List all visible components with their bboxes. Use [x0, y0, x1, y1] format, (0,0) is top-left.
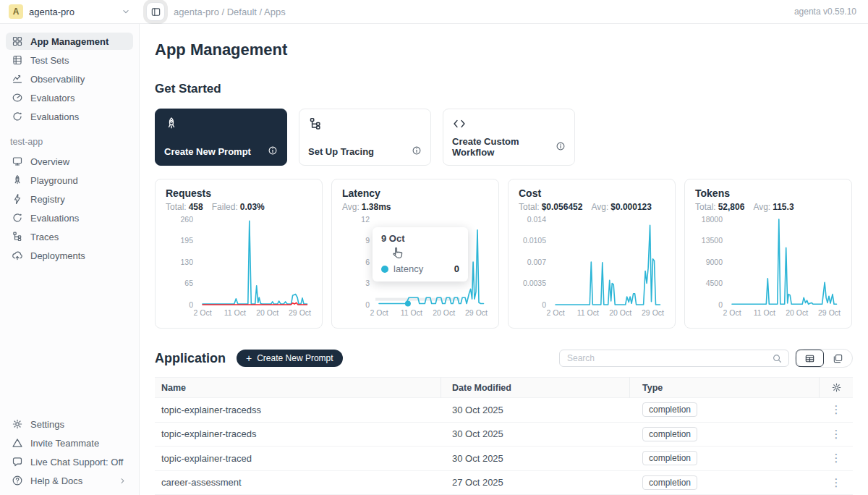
metric-charts-row: RequestsTotal:458Failed:0.03%26019513065… — [155, 179, 853, 329]
svg-text:2 Oct: 2 Oct — [546, 308, 564, 317]
table-view-button[interactable] — [796, 350, 824, 367]
svg-text:29 Oct: 29 Oct — [642, 308, 664, 317]
tableview-icon — [804, 353, 815, 364]
requests-line-chart[interactable]: 2601951306502 Oct11 Oct20 Oct29 Oct — [166, 213, 313, 319]
create-custom-workflow-card[interactable]: Create Custom Workflow — [443, 109, 575, 166]
svg-text:4500: 4500 — [706, 279, 723, 287]
sidebar-main-nav: App ManagementTest SetsObservabilityEval… — [0, 33, 139, 125]
sidebar-item-registry[interactable]: Registry — [6, 190, 133, 208]
table-row-topic-explainer-traced[interactable]: topic-explainer-traced30 Oct 2025complet… — [155, 447, 853, 471]
cell-date-modified: 30 Oct 2025 — [441, 453, 630, 464]
chevR-icon — [118, 476, 127, 486]
sidebar-item-playground[interactable]: Playground — [6, 172, 133, 189]
get-started-heading: Get Started — [155, 82, 853, 96]
table-row-topic-explainer-tracedss[interactable]: topic-explainer-tracedss30 Oct 2025compl… — [155, 398, 853, 423]
sidebar-item-observability[interactable]: Observability — [6, 70, 133, 88]
applications-table: Name Date Modified Type topic-explainer-… — [155, 377, 853, 495]
svg-text:2 Oct: 2 Oct — [193, 308, 211, 317]
sidebar-toggle-button[interactable] — [146, 2, 165, 21]
type-badge: completion — [642, 475, 697, 490]
card-label: Create Custom Workflow — [452, 136, 556, 158]
main-content: App Management Get Started Create New Pr… — [140, 24, 868, 495]
row-menu-button[interactable]: ⋮ — [820, 403, 853, 416]
card-view-icon — [833, 353, 843, 364]
chart-stat: Total:458 — [166, 202, 203, 212]
set-up-tracing-card[interactable]: Set Up Tracing — [299, 109, 431, 166]
sidebar-item-help-docs[interactable]: Help & Docs — [6, 472, 133, 489]
row-menu-button[interactable]: ⋮ — [820, 452, 853, 465]
sidebar-item-evaluations[interactable]: Evaluations — [6, 209, 133, 227]
svg-text:13500: 13500 — [702, 236, 723, 245]
svg-text:12: 12 — [361, 215, 370, 224]
tokens-line-chart[interactable]: 18000135009000450002 Oct11 Oct20 Oct29 O… — [695, 213, 843, 319]
sidebar-item-label: Traces — [30, 232, 59, 242]
column-header-type: Type — [630, 377, 820, 398]
create-new-prompt-button[interactable]: + Create New Prompt — [237, 350, 343, 367]
gear-icon — [12, 418, 23, 430]
info-icon[interactable] — [556, 141, 566, 153]
sidebar-item-live-chat-support-off[interactable]: Live Chat Support: Off — [6, 453, 133, 470]
gauge-icon — [12, 92, 23, 103]
tree-icon — [308, 117, 323, 131]
sidebar-item-app-management[interactable]: App Management — [6, 33, 133, 50]
sidebar-item-deployments[interactable]: Deployments — [6, 247, 133, 264]
row-menu-button[interactable]: ⋮ — [820, 428, 853, 441]
svg-text:6: 6 — [365, 258, 370, 266]
chevron-down-icon — [121, 7, 131, 17]
gear-icon — [831, 382, 842, 393]
tooltip-series-label: latency — [393, 263, 423, 274]
chart-stats: Total:52,806Avg:115.3 — [695, 202, 841, 212]
card-view-button[interactable] — [824, 350, 852, 367]
sidebar-item-overview[interactable]: Overview — [6, 153, 133, 170]
sidebar-item-traces[interactable]: Traces — [6, 228, 133, 245]
chart-title: Latency — [342, 187, 488, 199]
search-icon[interactable] — [772, 353, 783, 364]
breadcrumb[interactable]: agenta-pro / Default / Apps — [174, 7, 286, 17]
search-input[interactable] — [566, 352, 767, 364]
triangle-icon — [12, 437, 23, 449]
svg-text:9000: 9000 — [706, 258, 723, 266]
sidebar-item-invite-teammate[interactable]: Invite Teammate — [6, 434, 133, 452]
info-icon[interactable] — [412, 145, 422, 158]
svg-text:0: 0 — [189, 300, 193, 309]
svg-text:29 Oct: 29 Oct — [465, 308, 488, 317]
code-icon — [452, 117, 566, 134]
tooltip-date: 9 Oct — [381, 233, 459, 244]
column-header-name: Name — [155, 377, 441, 398]
workspace-switcher[interactable]: A agenta-pro — [0, 4, 140, 19]
sidebar-item-label: Evaluations — [30, 111, 79, 122]
redo-icon — [12, 212, 23, 224]
panel-icon — [150, 7, 161, 17]
table-row-topic-explainer-traceds[interactable]: topic-explainer-traceds30 Oct 2025comple… — [155, 423, 853, 447]
mouse-cursor — [390, 246, 404, 264]
svg-text:3: 3 — [365, 279, 370, 287]
cell-name: topic-explainer-tracedss — [155, 405, 441, 415]
row-menu-button[interactable]: ⋮ — [820, 476, 853, 489]
rows-icon — [12, 54, 23, 66]
tooltip-value: 0 — [454, 263, 459, 274]
rocket-icon — [164, 117, 179, 131]
cell-date-modified: 30 Oct 2025 — [441, 428, 630, 439]
info-icon[interactable] — [268, 145, 278, 158]
svg-text:130: 130 — [180, 258, 193, 266]
table-row-career-assessment[interactable]: career-assessment27 Oct 2025completion⋮ — [155, 471, 853, 495]
sidebar-item-evaluations[interactable]: Evaluations — [6, 108, 133, 125]
chart-tooltip: 9 Octlatency0 — [373, 227, 468, 282]
info-icon — [556, 141, 566, 151]
cost-line-chart[interactable]: 0.0140.01050.0070.003502 Oct11 Oct20 Oct… — [519, 213, 666, 319]
sidebar-item-evaluators[interactable]: Evaluators — [6, 89, 133, 106]
table-view-icon — [804, 353, 815, 364]
svg-text:9: 9 — [365, 236, 370, 245]
sidebar-item-label: Deployments — [30, 250, 85, 261]
svg-text:11 Oct: 11 Oct — [577, 308, 599, 317]
cell-name: topic-explainer-traced — [155, 453, 441, 464]
workspace-avatar: A — [9, 4, 23, 19]
svg-text:0.014: 0.014 — [527, 215, 546, 224]
table-settings-button[interactable] — [820, 382, 853, 393]
create-new-prompt-card[interactable]: Create New Prompt — [155, 109, 287, 166]
cloudup-icon — [12, 250, 23, 261]
svg-text:29 Oct: 29 Oct — [818, 308, 841, 317]
sidebar-item-settings[interactable]: Settings — [6, 415, 133, 433]
sidebar-item-test-sets[interactable]: Test Sets — [6, 51, 133, 69]
svg-text:20 Oct: 20 Oct — [256, 308, 278, 317]
